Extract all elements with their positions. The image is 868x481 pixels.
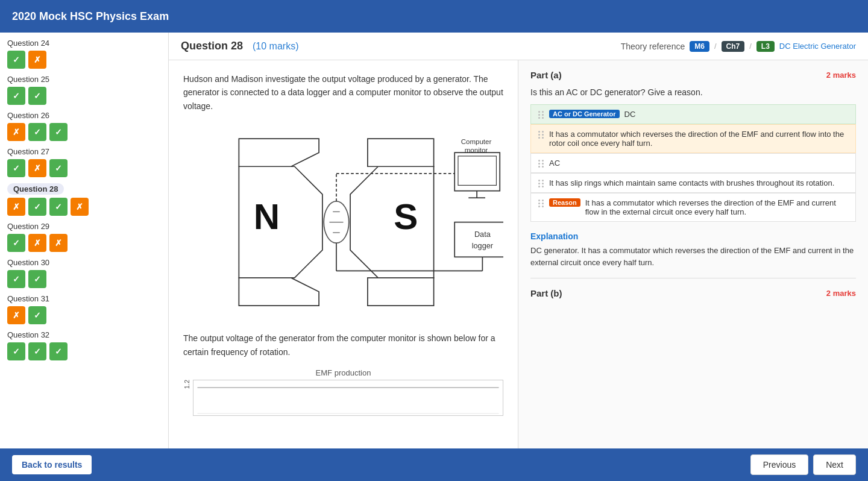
option-tag: Reason — [549, 198, 580, 207]
next-button[interactable]: Next — [813, 454, 856, 475]
theory-link[interactable]: DC Electric Generator — [779, 42, 856, 51]
answer-badges — [7, 51, 161, 69]
badge-green-check — [7, 270, 25, 288]
badge-green-check — [49, 159, 68, 177]
emf-section: EMF production 1.2 — [183, 368, 503, 416]
content-area: Question 28 (10 marks) Theory reference … — [169, 33, 868, 448]
app-title: 2020 Mock HSC Physics Exam — [12, 10, 169, 23]
footer: Back to results Previous Next — [0, 448, 868, 481]
svg-rect-18 — [454, 222, 503, 257]
badge-orange-cross — [28, 51, 46, 69]
answer-option[interactable]: It has a commutator which reverses the d… — [530, 124, 856, 153]
badge-orange-cross — [7, 198, 25, 216]
badge-green-check — [7, 159, 25, 177]
badge-orange-cross — [71, 198, 89, 216]
part-b-title: Part (b) — [530, 288, 562, 298]
question-group: Question 28 — [7, 183, 161, 216]
theory-ref-label: Theory reference — [621, 42, 685, 51]
question-label: Question 30 — [7, 258, 161, 267]
option-text: AC — [549, 159, 560, 168]
badge-orange-cross — [7, 123, 25, 141]
nav-buttons: Previous Next — [750, 454, 856, 475]
answer-option[interactable]: It has slip rings which maintain same co… — [530, 173, 856, 193]
answer-badges — [7, 342, 161, 360]
badge-green-check — [28, 87, 46, 105]
badge-green-check — [7, 234, 25, 252]
explanation-section: Explanation DC generator. It has a commu… — [530, 231, 856, 268]
drag-handle — [538, 111, 544, 119]
question-group: Question 25 — [7, 75, 161, 105]
previous-button[interactable]: Previous — [750, 454, 808, 475]
tag-l3: L3 — [756, 41, 775, 52]
svg-text:S: S — [394, 196, 418, 237]
option-text: It has a commutator which reverses the d… — [585, 198, 848, 216]
emf-y-label: 1.2 — [183, 380, 190, 391]
question-group: Question 26 — [7, 111, 161, 141]
badge-orange-cross — [7, 306, 25, 324]
badge-green-check — [28, 270, 46, 288]
diagram-container: N S — [183, 125, 503, 319]
svg-marker-0 — [239, 166, 322, 278]
question-label: Question 24 — [7, 39, 161, 48]
question-label: Question 31 — [7, 294, 161, 303]
explanation-text: DC generator. It has a commutator which … — [530, 245, 856, 268]
question-column: Hudson and Madison investigate the outpu… — [169, 60, 518, 448]
part-a-title: Part (a) — [530, 70, 562, 80]
question-group: Question 32 — [7, 330, 161, 360]
answer-badges — [7, 306, 161, 324]
drag-handle — [538, 200, 544, 207]
question-group: Question 30 — [7, 258, 161, 288]
svg-text:Computer: Computer — [461, 138, 492, 145]
back-to-results-button[interactable]: Back to results — [12, 455, 92, 474]
main-area: Question 24Question 25Question 26Questio… — [0, 33, 868, 448]
answer-badges — [7, 234, 161, 252]
part-a-question: Is this an AC or DC generator? Give a re… — [530, 87, 856, 97]
question-number: Question 28 — [181, 40, 243, 52]
sidebar: Question 24Question 25Question 26Questio… — [0, 33, 169, 448]
answer-option[interactable]: AC — [530, 153, 856, 173]
badge-green-check — [49, 123, 68, 141]
svg-marker-3 — [239, 278, 319, 306]
svg-marker-7 — [368, 278, 434, 306]
question-group: Question 27 — [7, 147, 161, 177]
answer-option[interactable]: AC or DC GeneratorDC — [530, 104, 856, 124]
badge-orange-cross — [28, 234, 46, 252]
emf-chart — [193, 380, 503, 416]
answer-badges — [7, 123, 161, 141]
app-header: 2020 Mock HSC Physics Exam — [0, 0, 868, 33]
svg-marker-6 — [368, 139, 434, 166]
answer-badges — [7, 159, 161, 177]
question-intro: Hudson and Madison investigate the outpu… — [183, 72, 503, 113]
option-text: It has a commutator which reverses the d… — [549, 130, 848, 148]
option-tag: AC or DC Generator — [549, 110, 620, 118]
answer-options: AC or DC GeneratorDCIt has a commutator … — [530, 104, 856, 222]
option-text: DC — [624, 110, 636, 119]
question-header: Question 28 (10 marks) Theory reference … — [169, 33, 868, 60]
badge-green-check — [49, 342, 68, 360]
svg-text:Data: Data — [474, 230, 491, 239]
badge-green-check — [28, 198, 46, 216]
answer-badges — [7, 270, 161, 288]
question-label: Question 26 — [7, 111, 161, 120]
drag-handle — [538, 160, 544, 168]
part-a-header: Part (a) 2 marks — [530, 70, 856, 80]
question-label: Question 29 — [7, 222, 161, 231]
question-label: Question 28 — [7, 183, 64, 195]
svg-text:monitor: monitor — [465, 146, 488, 154]
option-text: It has slip rings which maintain same co… — [549, 178, 834, 187]
question-group: Question 29 — [7, 222, 161, 252]
answer-option[interactable]: ReasonIt has a commutator which reverses… — [530, 193, 856, 222]
drag-handle — [538, 131, 544, 139]
svg-text:logger: logger — [472, 242, 494, 251]
badge-green-check — [28, 306, 46, 324]
badge-green-check — [7, 51, 25, 69]
generator-diagram: N S — [183, 125, 503, 319]
emf-chart-title: EMF production — [183, 368, 503, 377]
badge-orange-cross — [49, 234, 68, 252]
theory-reference: Theory reference M6 / Ch7 / L3 DC Electr… — [621, 41, 856, 52]
question-continuation: The output voltage of the generator from… — [183, 332, 503, 359]
section-divider — [530, 278, 856, 278]
part-b: Part (b) 2 marks — [530, 288, 856, 298]
part-b-marks: 2 marks — [826, 289, 856, 298]
answer-badges — [7, 87, 161, 105]
